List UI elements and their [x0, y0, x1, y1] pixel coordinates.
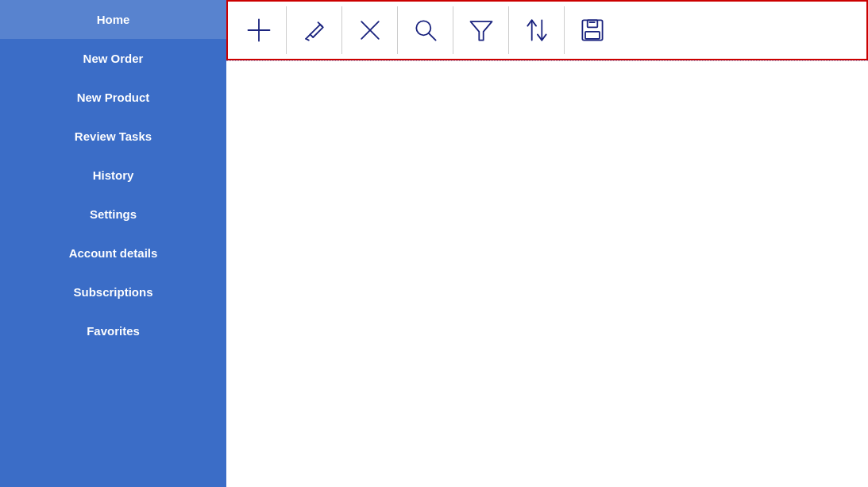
- svg-rect-14: [585, 32, 600, 39]
- main-content: [226, 0, 868, 487]
- sort-button[interactable]: [509, 6, 565, 54]
- svg-line-8: [428, 33, 435, 41]
- svg-marker-9: [470, 21, 492, 40]
- edit-button[interactable]: [287, 6, 342, 54]
- close-icon: [356, 16, 384, 44]
- content-area: [226, 60, 868, 487]
- search-icon: [411, 16, 440, 44]
- save-button[interactable]: [565, 6, 620, 54]
- plus-icon: [245, 16, 273, 44]
- search-button[interactable]: [398, 6, 453, 54]
- sidebar-item-home[interactable]: Home: [0, 0, 226, 39]
- sidebar-item-history[interactable]: History: [0, 156, 226, 195]
- svg-rect-13: [588, 20, 598, 27]
- sidebar-item-settings[interactable]: Settings: [0, 195, 226, 234]
- toolbar: [226, 0, 868, 60]
- save-icon: [578, 16, 607, 44]
- edit-icon: [300, 16, 329, 44]
- sidebar-item-account-details[interactable]: Account details: [0, 234, 226, 272]
- delete-button[interactable]: [342, 6, 398, 54]
- add-button[interactable]: [231, 6, 287, 54]
- sidebar-item-favorites[interactable]: Favorites: [0, 311, 226, 350]
- svg-line-4: [306, 39, 309, 41]
- sidebar-item-subscriptions[interactable]: Subscriptions: [0, 272, 226, 311]
- filter-icon: [467, 16, 496, 44]
- sort-icon: [523, 16, 551, 44]
- sidebar-item-new-order[interactable]: New Order: [0, 39, 226, 78]
- sidebar-item-new-product[interactable]: New Product: [0, 78, 226, 117]
- sidebar-item-review-tasks[interactable]: Review Tasks: [0, 117, 226, 156]
- filter-button[interactable]: [453, 6, 509, 54]
- svg-line-2: [306, 34, 310, 38]
- sidebar: HomeNew OrderNew ProductReview TasksHist…: [0, 0, 226, 487]
